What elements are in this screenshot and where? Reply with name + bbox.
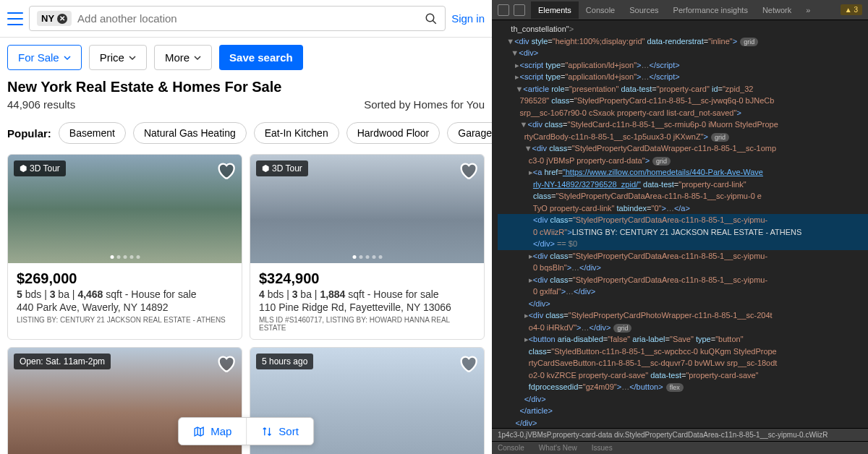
devtools-dom-tree[interactable]: th_constellation"> ▼<div style="height:1… xyxy=(492,20,868,428)
property-card-body: $269,000 5 bds | 3 ba | 4,468 sqft - Hou… xyxy=(8,263,242,331)
real-estate-listing-pane: NY ✕ Sign in For Sale Price More Save se… xyxy=(0,0,492,454)
listing-grid: ⬢ 3D Tour $269,000 5 bds | 3 ba | 4,468 … xyxy=(0,154,492,454)
save-search-button[interactable]: Save search xyxy=(219,45,303,70)
popular-label: Popular: xyxy=(7,127,51,140)
sign-in-link[interactable]: Sign in xyxy=(451,12,485,25)
devtools-tab-console[interactable]: Console xyxy=(579,1,622,19)
property-card-body: $324,900 4 bds | 3 ba | 1,884 sqft - Hou… xyxy=(250,263,484,339)
property-price: $324,900 xyxy=(259,270,475,287)
listing-agent: MLS ID #S1460717, LISTING BY: HOWARD HAN… xyxy=(259,316,475,332)
popular-pill[interactable]: Basement xyxy=(59,122,126,144)
popular-pill[interactable]: Garage xyxy=(447,122,492,144)
drawer-tab[interactable]: What's New xyxy=(539,444,577,452)
property-photo[interactable]: ⬢ 3D Tour xyxy=(8,155,242,263)
devtools-breadcrumb[interactable]: 1p4c3-0.jVBMsP.property-card-data div.St… xyxy=(492,428,868,441)
chevron-down-icon xyxy=(194,54,201,61)
devtools-tab-more[interactable]: » xyxy=(799,1,817,19)
property-address: 110 Pine Ridge Rd, Fayetteville, NY 1306… xyxy=(259,301,475,313)
device-toggle-icon[interactable] xyxy=(514,4,525,16)
popular-filters: Popular: Basement Natural Gas Heating Ea… xyxy=(0,118,492,154)
popular-pill[interactable]: Natural Gas Heating xyxy=(133,122,247,144)
page-heading: New York Real Estate & Homes For Sale xyxy=(0,79,492,95)
save-heart-icon[interactable] xyxy=(216,354,236,374)
filter-for-sale[interactable]: For Sale xyxy=(7,45,82,70)
devtools-tab-performance[interactable]: Performance insights xyxy=(666,1,755,19)
svg-point-0 xyxy=(426,14,434,22)
save-heart-icon[interactable] xyxy=(458,160,478,181)
drawer-tab[interactable]: Issues xyxy=(592,444,613,452)
carousel-dots xyxy=(110,255,140,259)
sort-icon xyxy=(261,426,273,437)
save-heart-icon[interactable] xyxy=(216,160,236,181)
devtools-drawer-tabs: Console What's New Issues xyxy=(492,441,868,454)
location-chip[interactable]: NY ✕ xyxy=(37,11,72,26)
hamburger-menu-icon[interactable] xyxy=(7,12,23,25)
map-toggle-button[interactable]: Map xyxy=(179,418,246,445)
search-icon[interactable] xyxy=(425,12,438,25)
inspect-icon[interactable] xyxy=(498,4,509,16)
sort-button[interactable]: Sort xyxy=(246,418,313,445)
photo-badge: Open: Sat. 11am-2pm xyxy=(14,354,111,369)
listing-agent: LISTING BY: CENTURY 21 JACKSON REAL ESTA… xyxy=(17,316,233,324)
photo-badge: ⬢ 3D Tour xyxy=(256,160,308,176)
popular-pill[interactable]: Eat-In Kitchen xyxy=(254,122,339,144)
location-chip-label: NY xyxy=(41,13,54,24)
map-icon xyxy=(193,426,205,437)
topbar: NY ✕ Sign in xyxy=(0,0,492,38)
property-card[interactable]: ⬢ 3D Tour $324,900 4 bds | 3 ba | 1,884 … xyxy=(250,154,485,340)
devtools-tab-network[interactable]: Network xyxy=(755,1,799,19)
popular-pill[interactable]: Hardwood Floor xyxy=(346,122,441,144)
chevron-down-icon xyxy=(129,54,136,61)
drawer-tab[interactable]: Console xyxy=(498,444,524,452)
property-address: 440 Park Ave, Waverly, NY 14892 xyxy=(17,301,233,313)
results-count: 44,906 results xyxy=(7,98,75,111)
sort-label[interactable]: Sorted by Homes for You xyxy=(364,98,485,111)
filter-more[interactable]: More xyxy=(154,45,212,70)
map-sort-floatbar: Map Sort xyxy=(178,417,314,445)
location-search-box[interactable]: NY ✕ xyxy=(29,6,446,31)
property-specs: 4 bds | 3 ba | 1,884 sqft - House for sa… xyxy=(259,288,475,300)
filter-price[interactable]: Price xyxy=(89,45,147,70)
filter-bar: For Sale Price More Save search xyxy=(0,38,492,79)
save-heart-icon[interactable] xyxy=(458,354,478,374)
property-card[interactable]: ⬢ 3D Tour $269,000 5 bds | 3 ba | 4,468 … xyxy=(7,154,242,340)
devtools-tab-sources[interactable]: Sources xyxy=(622,1,665,19)
property-specs: 5 bds | 3 ba | 4,468 sqft - House for sa… xyxy=(17,288,233,300)
devtools-tab-elements[interactable]: Elements xyxy=(531,1,579,19)
page-title: New York Real Estate & Homes For Sale xyxy=(7,79,485,95)
property-price: $269,000 xyxy=(17,270,233,287)
photo-badge: ⬢ 3D Tour xyxy=(14,160,66,176)
warning-badge[interactable]: ▲ 3 xyxy=(841,4,862,15)
devtools-panel: Elements Console Sources Performance ins… xyxy=(492,0,868,454)
chevron-down-icon xyxy=(64,54,71,61)
search-input[interactable] xyxy=(77,12,419,25)
property-photo[interactable]: ⬢ 3D Tour xyxy=(250,155,484,263)
photo-badge: 5 hours ago xyxy=(256,354,313,369)
close-icon[interactable]: ✕ xyxy=(57,14,67,24)
results-summary: 44,906 results Sorted by Homes for You xyxy=(0,95,492,118)
devtools-tabbar: Elements Console Sources Performance ins… xyxy=(492,0,868,20)
svg-line-1 xyxy=(433,20,436,24)
carousel-dots xyxy=(352,255,382,259)
